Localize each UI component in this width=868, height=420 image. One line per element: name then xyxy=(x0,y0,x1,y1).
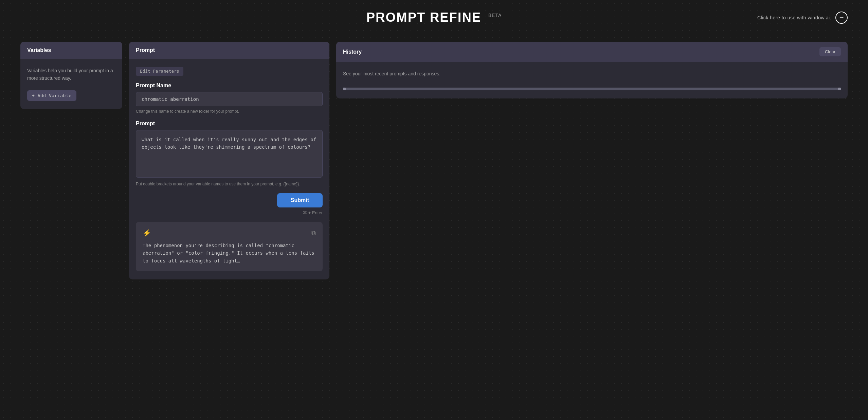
prompt-name-hint: Change this name to create a new folder … xyxy=(136,109,323,114)
submit-area: Submit ⌘ + Enter xyxy=(136,193,323,215)
scrollbar-right-handle[interactable] xyxy=(838,88,841,90)
prompt-hint: Put double brackets around your variable… xyxy=(136,182,323,186)
prompt-name-label: Prompt Name xyxy=(136,83,323,89)
variables-panel-body: Variables help you build your prompt in … xyxy=(20,59,122,109)
submit-button[interactable]: Submit xyxy=(277,193,323,207)
history-title: History xyxy=(343,49,362,55)
response-text: The phenomenon you're describing is call… xyxy=(143,242,316,264)
edit-parameters-button[interactable]: Edit Parameters xyxy=(136,67,183,76)
variables-title: Variables xyxy=(27,47,51,53)
variables-panel-header: Variables xyxy=(20,42,122,59)
scrollbar-track xyxy=(343,88,841,90)
variables-description: Variables help you build your prompt in … xyxy=(27,67,115,82)
arrow-icon: → xyxy=(838,14,845,21)
main-content: Variables Variables help you build your … xyxy=(0,35,868,286)
app-title: Prompt Refine BETA xyxy=(366,10,502,25)
beta-badge: BETA xyxy=(488,13,502,18)
shortcut-hint: ⌘ + Enter xyxy=(303,210,323,215)
prompt-panel-header: Prompt xyxy=(129,42,329,59)
scrollbar-left-handle[interactable] xyxy=(343,88,346,90)
window-ai-text[interactable]: Click here to use with window.ai. xyxy=(757,15,831,20)
copy-icon[interactable]: ⧉ xyxy=(311,230,316,237)
title-part2: Refine xyxy=(430,10,481,24)
header-right: Click here to use with window.ai. → xyxy=(757,12,848,24)
window-ai-arrow-button[interactable]: → xyxy=(835,12,848,24)
app-header: Prompt Refine BETA Click here to use wit… xyxy=(0,0,868,35)
prompt-card: Prompt Edit Parameters Prompt Name Chang… xyxy=(129,42,329,279)
clear-history-button[interactable]: Clear xyxy=(819,47,841,56)
history-description: See your most recent prompts and respons… xyxy=(343,70,841,77)
history-panel: History Clear See your most recent promp… xyxy=(336,42,848,279)
response-area: ⚡ ⧉ The phenomenon you're describing is … xyxy=(136,222,323,271)
prompt-label: Prompt xyxy=(136,121,323,127)
prompt-title: Prompt xyxy=(136,47,155,53)
response-icons-row: ⚡ ⧉ xyxy=(143,229,316,237)
history-scrollbar[interactable] xyxy=(343,88,841,90)
history-card: History Clear See your most recent promp… xyxy=(336,42,848,98)
prompt-textarea[interactable]: what is it called when it's really sunny… xyxy=(136,130,323,178)
prompt-panel: Prompt Edit Parameters Prompt Name Chang… xyxy=(129,42,329,279)
title-part1: Prompt xyxy=(366,10,426,24)
variables-card: Variables Variables help you build your … xyxy=(20,42,122,109)
history-panel-body: See your most recent prompts and respons… xyxy=(336,62,848,98)
prompt-name-input[interactable] xyxy=(136,92,323,106)
variables-panel: Variables Variables help you build your … xyxy=(20,42,122,279)
add-variable-button[interactable]: + Add Variable xyxy=(27,90,76,101)
prompt-panel-body: Edit Parameters Prompt Name Change this … xyxy=(129,59,329,279)
lightning-icon: ⚡ xyxy=(143,229,151,237)
history-panel-header: History Clear xyxy=(336,42,848,62)
